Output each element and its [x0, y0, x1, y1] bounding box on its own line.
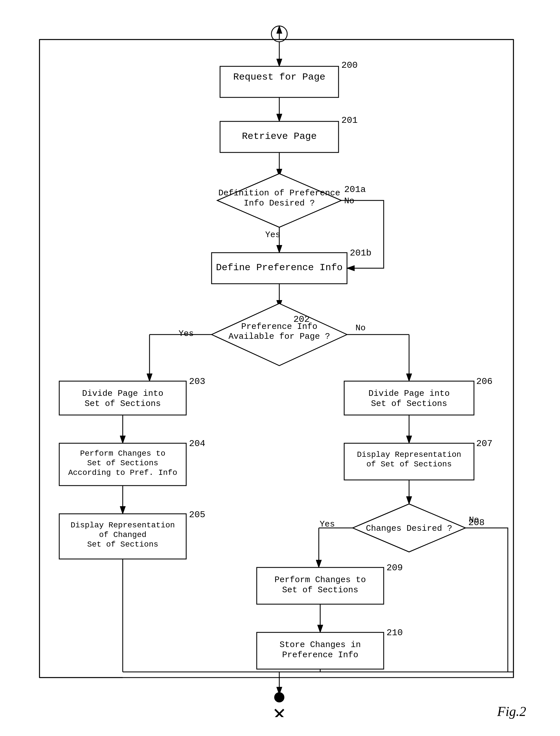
svg-text:Set of Sections: Set of Sections	[87, 459, 158, 468]
svg-text:206: 206	[476, 376, 493, 387]
svg-text:No: No	[355, 323, 366, 333]
svg-text:Changes Desired ?: Changes Desired ?	[366, 524, 452, 533]
svg-text:200: 200	[341, 60, 358, 71]
arrow-208-no-right-down	[465, 528, 508, 672]
svg-text:201: 201	[341, 115, 358, 126]
svg-text:207: 207	[476, 439, 493, 449]
figure-label: Fig.2	[497, 704, 526, 719]
svg-text:Preference Info: Preference Info	[282, 650, 358, 660]
svg-text:Perform Changes to: Perform Changes to	[80, 449, 165, 458]
svg-text:of Changed: of Changed	[99, 531, 146, 539]
svg-text:Display Representation: Display Representation	[357, 450, 461, 459]
svg-text:of Set of Sections: of Set of Sections	[366, 460, 452, 469]
svg-text:203: 203	[189, 376, 205, 387]
svg-text:205: 205	[189, 510, 205, 520]
svg-text:210: 210	[386, 628, 403, 638]
svg-text:Yes: Yes	[179, 329, 194, 338]
svg-text:209: 209	[386, 563, 403, 573]
flowchart-diagram: Request for Page 200 Retrieve Page 201 D…	[23, 11, 536, 717]
svg-text:Display Representation: Display Representation	[71, 521, 175, 530]
svg-text:Define Preference Info: Define Preference Info	[216, 262, 343, 273]
svg-text:Retrieve Page: Retrieve Page	[242, 131, 317, 142]
svg-text:Info Desired ?: Info Desired ?	[244, 198, 315, 208]
svg-text:Divide Page into: Divide Page into	[368, 389, 450, 399]
svg-text:201a: 201a	[344, 184, 366, 195]
svg-text:Request for Page: Request for Page	[233, 72, 325, 82]
svg-text:No: No	[344, 196, 354, 206]
svg-text:201b: 201b	[350, 248, 372, 258]
svg-text:Set of Sections: Set of Sections	[371, 399, 447, 409]
svg-text:Store Changes in: Store Changes in	[280, 640, 361, 650]
svg-text:According to Pref. Info: According to Pref. Info	[68, 468, 177, 477]
svg-text:Yes: Yes	[265, 230, 280, 240]
svg-text:✕: ✕	[272, 705, 286, 717]
svg-text:Divide Page into: Divide Page into	[82, 389, 163, 399]
svg-text:Perform Changes to: Perform Changes to	[274, 575, 366, 585]
svg-text:202: 202	[293, 314, 310, 325]
end-dot	[274, 692, 284, 702]
svg-text:204: 204	[189, 439, 205, 449]
svg-text:Set of Sections: Set of Sections	[87, 540, 158, 549]
svg-text:Set of Sections: Set of Sections	[282, 585, 358, 595]
svg-text:Definition of Preference: Definition of Preference	[218, 188, 340, 198]
svg-text:No: No	[469, 515, 479, 525]
svg-text:Set of Sections: Set of Sections	[85, 399, 161, 409]
svg-text:Available for Page ?: Available for Page ?	[229, 332, 330, 341]
